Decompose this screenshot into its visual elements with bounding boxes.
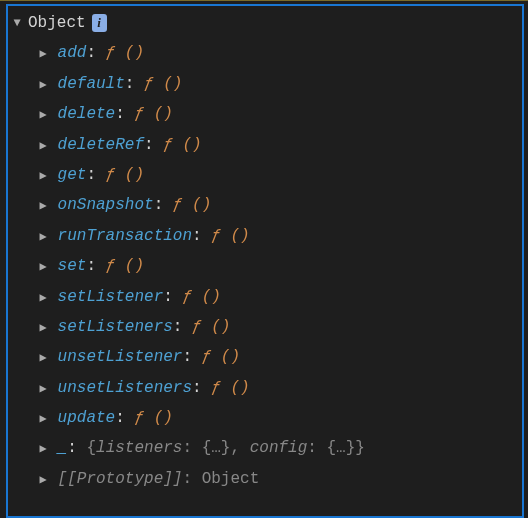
property-key: setListener bbox=[58, 288, 164, 306]
property-value-function: ƒ () bbox=[211, 227, 249, 245]
property-row[interactable]: ▶ onSnapshot: ƒ () bbox=[38, 190, 518, 220]
property-value-function: ƒ () bbox=[202, 348, 240, 366]
colon-separator: : bbox=[163, 288, 182, 306]
property-key: update bbox=[58, 409, 116, 427]
expand-arrow-icon[interactable]: ▶ bbox=[38, 195, 48, 218]
expand-arrow-icon[interactable]: ▼ bbox=[12, 12, 22, 35]
property-key: unsetListeners bbox=[58, 379, 192, 397]
colon-separator: : bbox=[154, 196, 173, 214]
expand-arrow-icon[interactable]: ▶ bbox=[38, 74, 48, 97]
colon-separator: : bbox=[86, 257, 105, 275]
property-value-function: ƒ () bbox=[134, 409, 172, 427]
property-key: onSnapshot bbox=[58, 196, 154, 214]
expand-arrow-icon[interactable]: ▶ bbox=[38, 408, 48, 431]
property-value-function: ƒ () bbox=[173, 196, 211, 214]
preview-key: listeners bbox=[96, 439, 182, 457]
property-value-function: ƒ () bbox=[211, 379, 249, 397]
expand-arrow-icon[interactable]: ▶ bbox=[38, 226, 48, 249]
brace-close: } bbox=[355, 439, 365, 457]
property-key: _ bbox=[58, 439, 68, 457]
property-value-function: ƒ () bbox=[144, 75, 182, 93]
property-row[interactable]: ▶ unsetListener: ƒ () bbox=[38, 342, 518, 372]
property-row[interactable]: ▶ add: ƒ () bbox=[38, 38, 518, 68]
object-preview: {listeners: {…}, config: {…}} bbox=[86, 439, 364, 457]
expand-arrow-icon[interactable]: ▶ bbox=[38, 347, 48, 370]
expand-arrow-icon[interactable]: ▶ bbox=[38, 317, 48, 340]
expand-arrow-icon[interactable]: ▶ bbox=[38, 438, 48, 461]
colon-separator: : bbox=[67, 439, 86, 457]
comma-separator: , bbox=[230, 439, 249, 457]
colon-separator: : bbox=[86, 166, 105, 184]
preview-key: config bbox=[250, 439, 308, 457]
preview-value: {…} bbox=[202, 439, 231, 457]
colon-separator: : bbox=[182, 470, 201, 488]
expand-arrow-icon[interactable]: ▶ bbox=[38, 256, 48, 279]
expand-arrow-icon[interactable]: ▶ bbox=[38, 469, 48, 492]
colon-separator: : bbox=[115, 105, 134, 123]
expand-arrow-icon[interactable]: ▶ bbox=[38, 135, 48, 158]
property-key: deleteRef bbox=[58, 136, 144, 154]
property-row[interactable]: ▶ setListeners: ƒ () bbox=[38, 312, 518, 342]
property-value-function: ƒ () bbox=[163, 136, 201, 154]
colon-separator: : bbox=[307, 439, 326, 457]
property-value-function: ƒ () bbox=[192, 318, 230, 336]
property-row[interactable]: ▶ default: ƒ () bbox=[38, 69, 518, 99]
object-root-row[interactable]: ▼ Object i bbox=[12, 8, 518, 38]
property-row[interactable]: ▶ deleteRef: ƒ () bbox=[38, 130, 518, 160]
property-key: delete bbox=[58, 105, 116, 123]
colon-separator: : bbox=[86, 44, 105, 62]
colon-separator: : bbox=[173, 318, 192, 336]
colon-separator: : bbox=[182, 439, 201, 457]
property-row[interactable]: ▶ set: ƒ () bbox=[38, 251, 518, 281]
colon-separator: : bbox=[182, 348, 201, 366]
property-row[interactable]: ▶ setListener: ƒ () bbox=[38, 282, 518, 312]
property-key: default bbox=[58, 75, 125, 93]
colon-separator: : bbox=[125, 75, 144, 93]
colon-separator: : bbox=[192, 379, 211, 397]
property-value-function: ƒ () bbox=[182, 288, 220, 306]
preview-value: {…} bbox=[326, 439, 355, 457]
expand-arrow-icon[interactable]: ▶ bbox=[38, 43, 48, 66]
property-row[interactable]: ▶ get: ƒ () bbox=[38, 160, 518, 190]
property-row-underscore[interactable]: ▶ _: {listeners: {…}, config: {…}} bbox=[38, 433, 518, 463]
property-row[interactable]: ▶ delete: ƒ () bbox=[38, 99, 518, 129]
property-key: setListeners bbox=[58, 318, 173, 336]
property-key: add bbox=[58, 44, 87, 62]
property-row[interactable]: ▶ update: ƒ () bbox=[38, 403, 518, 433]
property-value-object: Object bbox=[202, 470, 260, 488]
info-badge-icon[interactable]: i bbox=[92, 14, 107, 32]
property-row-prototype[interactable]: ▶ [[Prototype]]: Object bbox=[38, 464, 518, 494]
property-value-function: ƒ () bbox=[106, 44, 144, 62]
property-value-function: ƒ () bbox=[106, 257, 144, 275]
property-key: unsetListener bbox=[58, 348, 183, 366]
expand-arrow-icon[interactable]: ▶ bbox=[38, 287, 48, 310]
logged-object-container: ▼ Object i ▶ add: ƒ ()▶ default: ƒ ()▶ d… bbox=[6, 4, 524, 518]
property-row[interactable]: ▶ unsetListeners: ƒ () bbox=[38, 373, 518, 403]
property-key: set bbox=[58, 257, 87, 275]
property-row[interactable]: ▶ runTransaction: ƒ () bbox=[38, 221, 518, 251]
expand-arrow-icon[interactable]: ▶ bbox=[38, 378, 48, 401]
property-value-function: ƒ () bbox=[106, 166, 144, 184]
devtools-object-inspector: ▼ Object i ▶ add: ƒ ()▶ default: ƒ ()▶ d… bbox=[0, 0, 528, 518]
colon-separator: : bbox=[192, 227, 211, 245]
property-key: runTransaction bbox=[58, 227, 192, 245]
colon-separator: : bbox=[144, 136, 163, 154]
object-children: ▶ add: ƒ ()▶ default: ƒ ()▶ delete: ƒ ()… bbox=[12, 38, 518, 494]
brace-open: { bbox=[86, 439, 96, 457]
colon-separator: : bbox=[115, 409, 134, 427]
expand-arrow-icon[interactable]: ▶ bbox=[38, 165, 48, 188]
property-key-internal: [[Prototype]] bbox=[58, 470, 183, 488]
object-constructor-label: Object bbox=[28, 8, 86, 38]
property-value-function: ƒ () bbox=[134, 105, 172, 123]
expand-arrow-icon[interactable]: ▶ bbox=[38, 104, 48, 127]
property-key: get bbox=[58, 166, 87, 184]
